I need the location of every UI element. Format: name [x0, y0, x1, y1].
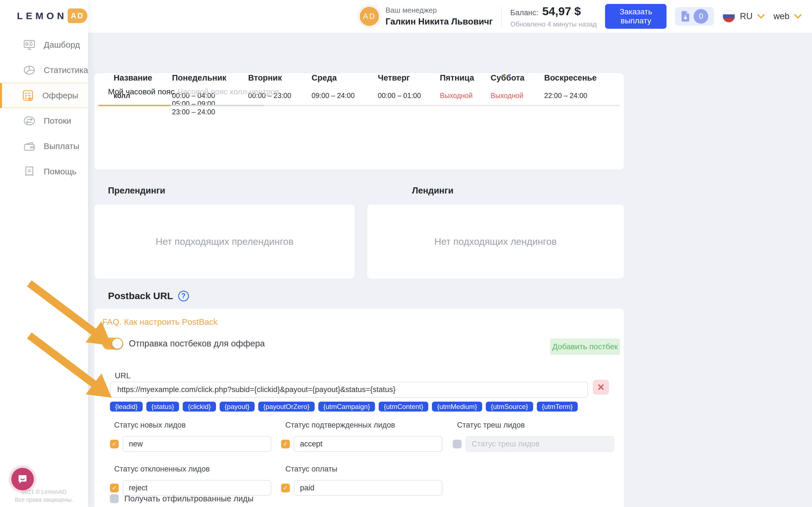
mode-value: web [773, 11, 790, 21]
balance-block: Баланс: 54,97 $ Обновлено 4 минуты назад [510, 5, 597, 28]
prelandings-title: Прелендинги [108, 186, 165, 196]
brand-logo-text: LEMON [17, 10, 67, 21]
sidebar-item-streams[interactable]: Потоки [0, 108, 88, 133]
schedule-header-row: Название Понедельник Вторник Среда Четве… [94, 73, 624, 82]
status-new-checkbox[interactable] [110, 440, 119, 448]
landings-empty-text: Нет подходящих лендингов [435, 236, 557, 247]
status-paid-label: Статус оплаты [285, 465, 453, 473]
main-content: Мой часовой пояс Часовой пояс колл-центр… [94, 33, 624, 507]
manager-avatar: AD [359, 6, 380, 27]
add-postback-button[interactable]: Добавить постбек [550, 339, 620, 355]
status-fields-grid: Статус новых лидов Статус подтвержденных… [110, 421, 614, 496]
filtered-leads-row: Получать отфильтрованные лиды [110, 494, 253, 503]
copyright-line1: 2021 © LemonAD [0, 488, 88, 496]
sidebar-item-label: Потоки [44, 116, 71, 126]
sidebar-item-payouts[interactable]: Выплаты [0, 133, 88, 159]
schedule-friday-cell: Выходной [440, 92, 491, 116]
downloads-count-badge: 0 [694, 9, 708, 24]
tab-my-timezone[interactable]: Мой часовой пояс [108, 87, 174, 96]
statistics-icon [23, 64, 36, 76]
help-question-icon[interactable] [178, 291, 189, 301]
macro-tag[interactable]: {utmCampaign} [318, 402, 375, 411]
macro-tag[interactable]: {clickid} [183, 402, 216, 411]
chevron-down-icon [794, 14, 802, 19]
landings-headings: Прелендинги Лендинги [94, 186, 624, 196]
macro-tag[interactable]: {leadid} [110, 402, 143, 411]
manager-texts: Ваш менеджер Галкин Никита Львовичг [386, 6, 493, 27]
sidebar-item-label: Офферы [42, 91, 79, 100]
status-confirmed-cell: Статус подтвержденных лидов [281, 421, 453, 452]
postback-toggle[interactable] [102, 338, 123, 349]
copyright: 2021 © LemonAD Все права защищены. [0, 488, 88, 504]
status-paid-input[interactable] [294, 480, 442, 496]
filtered-leads-label: Получать отфильтрованные лиды [124, 494, 253, 503]
schedule-wednesday-cell: 09:00 – 24:00 [312, 92, 378, 116]
schedule-sunday-cell: 22:00 – 24:00 [544, 92, 624, 116]
toggle-knob [112, 339, 122, 349]
sidebar-item-label: Дашборд [44, 40, 80, 50]
streams-icon [23, 114, 36, 127]
sidebar-item-help[interactable]: Помощь [0, 159, 88, 184]
macro-tag[interactable]: {utmSource} [486, 402, 533, 411]
prelandings-card: Нет подходящих прелендингов [94, 205, 355, 279]
status-trash-checkbox[interactable] [453, 440, 462, 448]
status-confirmed-input[interactable] [294, 436, 442, 452]
status-rejected-label: Статус отклоненных лидов [114, 465, 281, 473]
topbar-items: AD Ваш менеджер Галкин Никита Львовичг Б… [359, 0, 802, 33]
copyright-line2: Все права защищены. [0, 496, 88, 504]
status-trash-label: Статус треш лидов [457, 421, 614, 430]
postback-url-input[interactable] [110, 382, 588, 398]
column-header: Четверг [378, 73, 440, 82]
tab-underline [98, 105, 620, 106]
status-new-input[interactable] [123, 436, 271, 452]
manager-caption: Ваш менеджер [386, 6, 493, 15]
macro-tag[interactable]: {utmContent} [378, 402, 428, 411]
sidebar-item-dashboard[interactable]: Дашборд [0, 32, 88, 57]
status-trash-cell: Статус треш лидов [453, 421, 614, 452]
clear-url-button[interactable] [593, 380, 609, 395]
app-window: AD Ваш менеджер Галкин Никита Львовичг Б… [0, 0, 812, 507]
prelandings-empty-text: Нет подходящих прелендингов [156, 236, 294, 247]
brand-logo[interactable]: LEMON AD [17, 8, 87, 23]
language-selector[interactable]: RU [722, 10, 765, 23]
chat-widget-button[interactable] [11, 468, 34, 490]
sidebar-item-label: Статистика [44, 65, 88, 75]
macro-tag[interactable]: {payout} [220, 402, 255, 411]
status-paid-checkbox[interactable] [281, 484, 290, 492]
postback-card: FAQ. Как настроить PostBack Отправка пос… [94, 309, 624, 507]
status-trash-input[interactable] [465, 436, 614, 452]
request-payout-button[interactable]: Заказать выплату [605, 4, 666, 29]
mode-selector[interactable]: web [773, 11, 802, 21]
status-rejected-checkbox[interactable] [110, 484, 119, 492]
column-header: Название [114, 73, 172, 82]
sidebar-item-label: Выплаты [44, 142, 80, 151]
filtered-leads-checkbox[interactable] [110, 494, 119, 503]
russia-flag-icon [722, 10, 735, 23]
macro-tag[interactable]: {utmMedium} [432, 402, 482, 411]
status-confirmed-checkbox[interactable] [281, 440, 290, 448]
status-rejected-input[interactable] [123, 480, 271, 496]
sidebar-item-statistics[interactable]: Статистика [0, 57, 88, 83]
url-label: URL [115, 371, 131, 380]
close-icon [597, 383, 605, 392]
status-rejected-cell: Статус отклоненных лидов [110, 465, 281, 496]
macro-tag[interactable]: {status} [146, 402, 179, 411]
sidebar-item-offers[interactable]: Офферы [0, 83, 88, 108]
status-new-label: Статус новых лидов [114, 421, 281, 430]
column-header: Вторник [248, 73, 312, 82]
tab-callcenter-timezone[interactable]: Часовой пояс колл-центров [177, 87, 279, 96]
schedule-saturday-cell: Выходной [491, 92, 544, 116]
landings-card: Нет подходящих лендингов [367, 205, 624, 279]
column-header: Среда [312, 73, 378, 82]
faq-postback-link[interactable]: FAQ. Как настроить PostBack [102, 317, 218, 327]
column-header: Воскресенье [544, 73, 624, 82]
manager-name: Галкин Никита Львовичг [386, 17, 493, 27]
downloads-widget[interactable]: 0 [675, 7, 714, 25]
topbar: AD Ваш менеджер Галкин Никита Львовичг Б… [0, 0, 812, 33]
balance-updated: Обновлено 4 минуты назад [510, 20, 597, 28]
macro-tag[interactable]: {payoutOrZero} [258, 402, 315, 411]
macro-tag[interactable]: {utmTerm} [537, 402, 578, 411]
status-confirmed-label: Статус подтвержденных лидов [285, 421, 453, 430]
balance-label: Баланс: [510, 8, 538, 17]
column-header: Понедельник [172, 73, 248, 82]
